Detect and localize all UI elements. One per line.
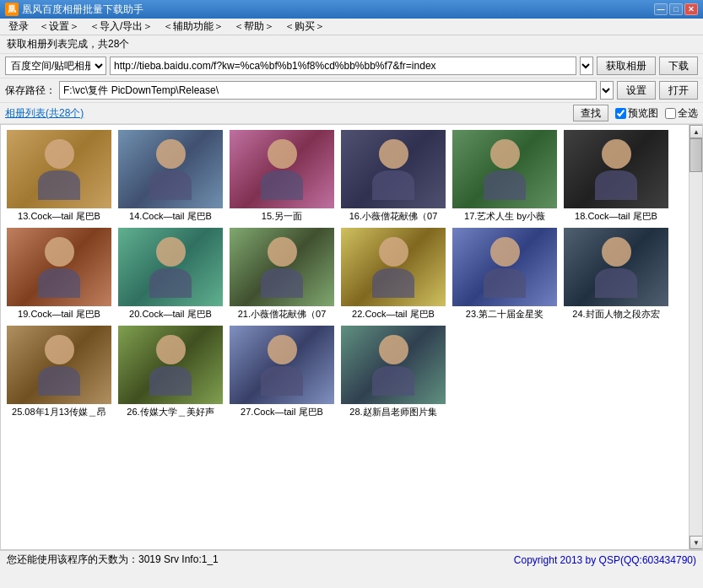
photo-thumbnail (7, 228, 111, 306)
preview-checkbox-label[interactable]: 预览图 (615, 106, 658, 121)
person-silhouette (341, 326, 446, 404)
photo-item[interactable]: 20.Cock—tail 尾巴B (116, 226, 225, 322)
scroll-track[interactable] (689, 138, 702, 536)
preview-label: 预览图 (628, 106, 658, 121)
person-silhouette (230, 326, 334, 404)
menu-help[interactable]: ＜帮助＞ (229, 18, 279, 35)
photo-thumbnail (230, 228, 334, 306)
menu-login[interactable]: 登录 (3, 18, 34, 35)
photo-item[interactable]: 18.Cock—tail 尾巴B (561, 128, 671, 224)
photo-item[interactable]: 16.小薇僧花献佛（07 (338, 128, 448, 224)
person-silhouette (452, 130, 557, 208)
photo-caption: 25.08年1月13传媒＿昂 (6, 404, 112, 418)
photo-thumbnail (230, 326, 334, 404)
person-head (156, 139, 186, 169)
photo-caption: 21.小薇僧花献佛（07 (229, 306, 335, 321)
photo-item[interactable]: 24.封面人物之段亦宏 (561, 226, 671, 322)
photo-item[interactable]: 13.Cock—tail 尾巴B (4, 128, 114, 224)
person-body (149, 268, 192, 298)
person-head (379, 237, 408, 267)
person-head (490, 139, 520, 169)
url-input[interactable] (110, 57, 576, 75)
photo-caption: 17.艺术人生 by小薇 (452, 208, 558, 223)
photo-caption: 26.传媒大学＿美好声 (117, 404, 224, 418)
select-all-checkbox-label[interactable]: 全选 (665, 106, 698, 121)
save-path-label: 保存路径： (5, 84, 56, 98)
status-bar: 您还能使用该程序的天数为：3019 Srv Info:1_1 Copyright… (0, 550, 703, 569)
scroll-down-button[interactable]: ▼ (689, 536, 703, 549)
person-body (38, 366, 80, 396)
photo-item[interactable]: 19.Cock—tail 尾巴B (4, 226, 114, 322)
photo-item[interactable]: 22.Cock—tail 尾巴B (338, 226, 448, 322)
person-silhouette (341, 228, 446, 306)
status-top-text: 获取相册列表完成，共28个 (7, 38, 129, 50)
photo-thumbnail (118, 326, 223, 404)
person-body (372, 366, 414, 396)
person-silhouette (564, 130, 668, 208)
photo-caption: 28.赵新昌老师图片集 (340, 404, 446, 418)
photo-item[interactable]: 23.第二十届金星奖 (450, 226, 560, 322)
album-list-link[interactable]: 相册列表(共28个) (5, 106, 84, 121)
photo-item[interactable]: 27.Cock—tail 尾巴B (227, 324, 337, 420)
minimize-button[interactable]: — (654, 3, 668, 15)
person-head (602, 139, 631, 169)
scroll-thumb[interactable] (689, 138, 702, 172)
photo-grid: 13.Cock—tail 尾巴B14.Cock—tail 尾巴B15.另一面16… (1, 125, 689, 549)
person-head (45, 237, 74, 267)
status-right-text: Copyright 2013 by QSP(QQ:603434790) (514, 554, 696, 566)
photo-item[interactable]: 15.另一面 (227, 128, 337, 224)
scrollbar[interactable]: ▲ ▼ (689, 125, 702, 549)
photo-item[interactable]: 25.08年1月13传媒＿昂 (4, 324, 114, 420)
photo-item[interactable]: 21.小薇僧花献佛（07 (227, 226, 337, 322)
menu-import[interactable]: ＜导入/导出＞ (84, 18, 158, 35)
photo-item[interactable]: 28.赵新昌老师图片集 (338, 324, 448, 420)
photo-thumbnail (341, 326, 446, 404)
photo-thumbnail (452, 228, 557, 306)
menu-buy[interactable]: ＜购买＞ (279, 18, 330, 35)
person-head (379, 139, 408, 169)
photo-thumbnail (341, 228, 446, 306)
photo-caption: 18.Cock—tail 尾巴B (563, 208, 669, 223)
title-bar: 凰 凰风百度相册批量下载助手 — □ ✕ (0, 0, 703, 19)
scroll-up-button[interactable]: ▲ (689, 125, 703, 138)
select-all-checkbox[interactable] (665, 108, 676, 119)
window-title: 凰风百度相册批量下载助手 (22, 3, 654, 17)
maximize-button[interactable]: □ (669, 3, 683, 15)
person-head (45, 139, 74, 169)
photo-thumbnail (118, 228, 223, 306)
path-dropdown[interactable]: ▼ (600, 81, 614, 100)
person-silhouette (452, 228, 557, 306)
open-folder-button[interactable]: 打开 (659, 81, 698, 100)
menu-settings[interactable]: ＜设置＞ (34, 18, 84, 35)
close-button[interactable]: ✕ (684, 3, 698, 15)
person-silhouette (118, 228, 223, 306)
photo-caption: 20.Cock—tail 尾巴B (117, 306, 224, 321)
status-top: 获取相册列表完成，共28个 (0, 35, 703, 54)
person-silhouette (341, 130, 446, 208)
photo-item[interactable]: 26.传媒大学＿美好声 (116, 324, 225, 420)
person-head (156, 237, 186, 267)
fetch-album-button[interactable]: 获取相册 (597, 57, 656, 75)
person-body (261, 170, 303, 200)
save-path-input[interactable] (59, 81, 597, 100)
download-button[interactable]: 下载 (659, 57, 698, 75)
photo-thumbnail (564, 130, 668, 208)
person-body (595, 170, 637, 200)
window-controls: — □ ✕ (654, 3, 698, 15)
url-dropdown[interactable]: ▼ (580, 57, 593, 75)
person-head (602, 237, 631, 267)
person-head (156, 335, 186, 364)
person-body (484, 170, 526, 200)
preview-checkbox[interactable] (615, 108, 626, 119)
person-body (595, 268, 637, 298)
photo-item[interactable]: 14.Cock—tail 尾巴B (116, 128, 225, 224)
source-select[interactable]: 百度空间/贴吧相册 (5, 57, 106, 75)
person-body (149, 366, 192, 396)
search-button[interactable]: 查找 (573, 105, 608, 121)
settings-button[interactable]: 设置 (617, 81, 656, 100)
person-head (379, 335, 408, 364)
menu-aux[interactable]: ＜辅助功能＞ (158, 18, 229, 35)
main-content: 13.Cock—tail 尾巴B14.Cock—tail 尾巴B15.另一面16… (0, 124, 703, 550)
photo-caption: 24.封面人物之段亦宏 (563, 306, 669, 321)
photo-item[interactable]: 17.艺术人生 by小薇 (450, 128, 560, 224)
